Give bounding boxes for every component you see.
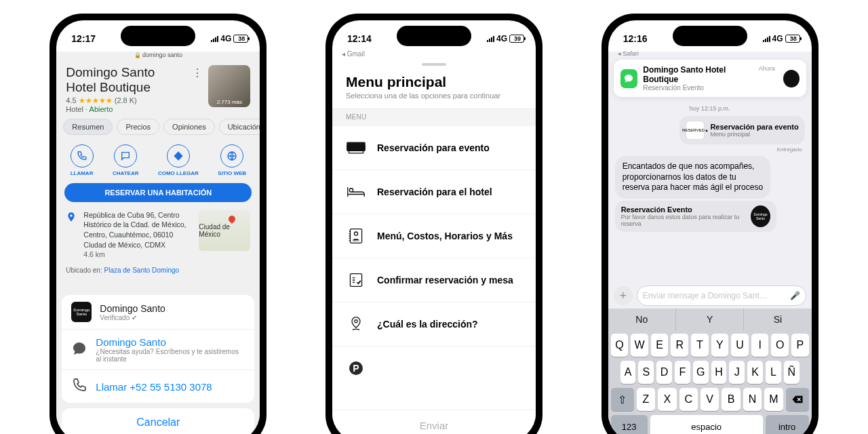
compose-input[interactable]: Enviar mensaje a Domingo Sant… 🎤 [637,285,806,306]
kb-row-4: 123 espacio intro [611,415,809,434]
key-j[interactable]: J [729,361,745,384]
compose-plus-button[interactable]: + [614,286,633,305]
verified-label: Verificado ✔︎ [100,314,165,321]
menu-book-icon: MENU [346,226,366,245]
reserved-icon: RESERVED [346,138,366,157]
business-name: Domingo Santo [100,303,165,314]
key-s[interactable]: S [638,361,654,384]
received-card-reserva[interactable]: Reservación EventoPor favor danos estos … [615,201,776,232]
banner-title: Domingo Santo Hotel Boutique [643,65,753,84]
quicktype-suggestion[interactable]: Y [675,309,743,330]
key-p[interactable]: P [791,334,809,357]
key-shift[interactable]: ⇧ [611,388,634,411]
key-e[interactable]: E [651,334,669,357]
notch [673,26,747,46]
sheet-chat-row[interactable]: Domingo Santo¿Necesitas ayuda? Escríbeno… [62,329,254,370]
message-thread[interactable]: hoy 12:15 p.m. RESERVED▲ Reservación par… [608,97,812,283]
banner-business-logo [783,70,800,87]
action-sheet: DomingoSanto Domingo SantoVerificado ✔︎ … [62,295,254,434]
messages-app-icon [620,69,638,88]
svg-point-8 [355,320,357,323]
sheet-chat-subtitle: ¿Necesitas ayuda? Escríbenos y te asisti… [96,348,245,363]
quicktype-suggestion[interactable]: Si [743,309,811,330]
key-r[interactable]: R [671,334,688,357]
key-n[interactable]: N [743,388,762,411]
checklist-icon [346,271,366,290]
svg-point-5 [354,232,357,235]
menu-title: Menu principal [346,74,522,90]
key-m[interactable]: M [764,388,783,411]
svg-rect-7 [350,274,361,287]
kb-row-3: ⇧ Z X C V B N M [611,388,809,411]
sheet-grabber[interactable] [422,63,446,66]
screen-1: 12:17 4G 38 🔒 domingo santo Domingo Sant… [56,20,260,434]
key-l[interactable]: L [766,361,781,384]
key-v[interactable]: V [701,388,719,411]
network-label: 4G [496,34,507,43]
bed-icon [346,182,366,201]
menu-item-confirmar[interactable]: Confirmar reservación y mesa [332,258,536,302]
key-enter[interactable]: intro [766,415,809,434]
phone-icon [71,377,87,396]
key-i[interactable]: I [751,334,769,357]
menu-item-parking[interactable]: P [332,347,536,390]
received-message: Encantados de que nos acompañes, proporc… [615,156,771,199]
chat-bubble-icon [71,340,87,359]
back-gmail-link[interactable]: ◂ Gmail [332,50,536,58]
sheet-call-row[interactable]: Llamar +52 55 5130 3078 [62,370,254,403]
svg-text:P: P [353,363,359,374]
key-w[interactable]: W [631,334,648,357]
back-safari-link[interactable]: ◂ Safari [608,50,812,57]
key-z[interactable]: Z [637,388,655,411]
sheet-business-row: DomingoSanto Domingo SantoVerificado ✔︎ [62,295,254,329]
key-space[interactable]: espacio [650,415,763,434]
compose-bar: + Enviar mensaje a Domingo Sant… 🎤 [608,283,812,309]
key-a[interactable]: A [620,361,636,384]
key-q[interactable]: Q [611,334,629,357]
key-y[interactable]: Y [711,334,729,357]
menu-item-evento[interactable]: RESERVED Reservación para evento [332,126,536,170]
menu-item-direccion[interactable]: ¿Cuál es la dirección? [332,302,536,347]
key-k[interactable]: K [747,361,763,384]
key-backspace[interactable] [786,388,809,411]
clock: 12:16 [623,33,648,44]
key-u[interactable]: U [731,334,749,357]
sheet-call-label: Llamar +52 55 5130 3078 [96,381,212,393]
key-c[interactable]: C [679,388,698,411]
sent-card-evento[interactable]: RESERVED▲ Reservación para eventoMenu pr… [679,116,804,144]
phone-2: 12:14 4G 39 ◂ Gmail Menu principal Selec… [326,14,542,434]
banner-subtitle: Reservación Evento [643,84,753,92]
key-d[interactable]: D [656,361,672,384]
keyboard: Q W E R T Y U I O P A S D F G H [608,330,812,434]
menu-item-hotel[interactable]: Reservación para el hotel [332,170,536,214]
sheet-cancel-button[interactable]: Cancelar [62,408,254,434]
network-label: 4G [772,34,783,43]
svg-text:RESERVED: RESERVED [347,145,366,149]
menu-item-menu[interactable]: MENU Menú, Costos, Horarios y Más [332,214,536,258]
notification-banner[interactable]: Domingo Santo Hotel Boutique Reservación… [614,60,806,97]
battery-icon [509,35,524,43]
quicktype-suggestion[interactable]: No [608,309,675,330]
phone-1: 12:17 4G 38 🔒 domingo santo Domingo Sant… [50,14,267,434]
screen-2: 12:14 4G 39 ◂ Gmail Menu principal Selec… [332,20,536,434]
key-nn[interactable]: Ñ [784,361,800,384]
business-logo: DomingoSanto [71,302,92,322]
key-t[interactable]: T [691,334,709,357]
key-f[interactable]: F [675,361,690,384]
signal-bars-icon [487,35,494,42]
send-button[interactable]: Enviar [332,410,536,434]
screen-3: 12:16 4G 38 ◂ Safari Domingo Santo Hotel… [608,20,812,434]
mic-icon[interactable]: 🎤 [790,291,800,300]
svg-text:MENU: MENU [353,239,360,242]
key-h[interactable]: H [711,361,727,384]
business-logo: DomingoSanto [751,205,770,227]
key-b[interactable]: B [722,388,740,411]
key-o[interactable]: O [771,334,789,357]
reserved-icon: RESERVED▲ [686,121,705,140]
kb-row-2: A S D F G H J K L Ñ [611,361,809,384]
key-g[interactable]: G [693,361,709,384]
key-x[interactable]: X [658,388,676,411]
clock: 12:14 [347,33,372,44]
key-123[interactable]: 123 [611,415,648,434]
battery-icon [785,35,800,43]
